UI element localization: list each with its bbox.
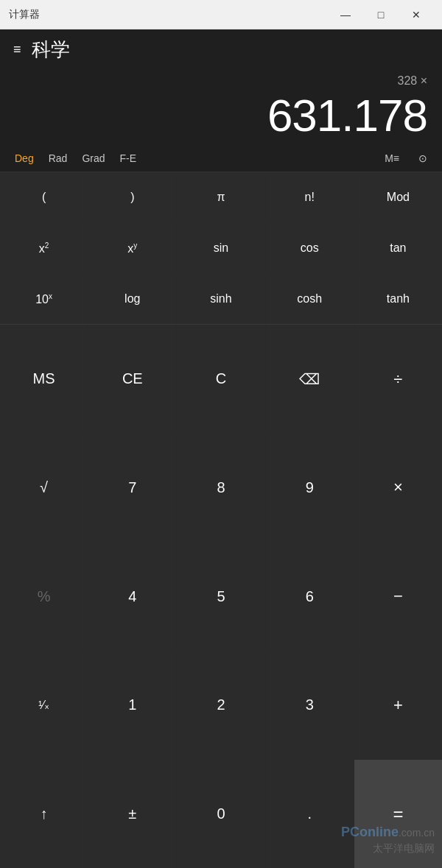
scientific-grid: ( ) π n! Mod x2 xy sin cos tan 10x log s… xyxy=(0,172,442,325)
sci-btn-xsquared[interactable]: x2 xyxy=(0,223,88,273)
close-button[interactable]: ✕ xyxy=(399,4,433,26)
equals-button[interactable]: = xyxy=(354,760,442,868)
sci-btn-sinh[interactable]: sinh xyxy=(177,274,264,324)
divide-button[interactable]: ÷ xyxy=(354,325,442,433)
history-button[interactable]: ⊙ xyxy=(411,149,435,167)
decimal-button[interactable]: . xyxy=(266,760,354,868)
mode-bar: Deg Rad Grad F-E M≡ ⊙ xyxy=(0,145,442,172)
eight-button[interactable]: 8 xyxy=(177,434,264,542)
c-button[interactable]: C xyxy=(177,325,264,433)
sign-toggle-up-button[interactable]: ↑ xyxy=(0,760,88,868)
sci-btn-factorial[interactable]: n! xyxy=(266,172,354,222)
rad-button[interactable]: Rad xyxy=(41,149,75,167)
percent-button[interactable]: % xyxy=(0,543,88,651)
main-grid: MS CE C ⌫ ÷ √ 7 8 9 × % 4 5 6 − ¹⁄ₓ 1 2 … xyxy=(0,325,442,868)
menu-icon[interactable]: ≡ xyxy=(13,42,21,57)
display-area: 328 × 631.178 xyxy=(0,67,442,145)
sci-btn-log[interactable]: log xyxy=(88,274,176,324)
nine-button[interactable]: 9 xyxy=(266,434,354,542)
memory-button[interactable]: M≡ xyxy=(377,149,407,167)
window-controls: — □ ✕ xyxy=(329,4,433,26)
display-expression: 328 × xyxy=(15,74,427,91)
seven-button[interactable]: 7 xyxy=(88,434,176,542)
subtract-button[interactable]: − xyxy=(354,543,442,651)
sci-btn-close-paren[interactable]: ) xyxy=(88,172,176,222)
four-button[interactable]: 4 xyxy=(88,543,176,651)
five-button[interactable]: 5 xyxy=(177,543,264,651)
sci-btn-tanh[interactable]: tanh xyxy=(354,274,442,324)
six-button[interactable]: 6 xyxy=(266,543,354,651)
one-button[interactable]: 1 xyxy=(88,651,176,759)
deg-button[interactable]: Deg xyxy=(7,149,41,167)
mode-right: M≡ ⊙ xyxy=(377,149,435,167)
backspace-button[interactable]: ⌫ xyxy=(266,325,354,433)
mode-title: 科学 xyxy=(32,37,70,63)
display-main: 631.178 xyxy=(15,91,427,141)
ms-button[interactable]: MS xyxy=(0,325,88,433)
sci-btn-sin[interactable]: sin xyxy=(177,223,264,273)
calc-header: ≡ 科学 xyxy=(0,29,442,67)
sqrt-button[interactable]: √ xyxy=(0,434,88,542)
sci-btn-10x[interactable]: 10x xyxy=(0,274,88,324)
two-button[interactable]: 2 xyxy=(177,651,264,759)
zero-button[interactable]: 0 xyxy=(177,760,264,868)
sci-btn-open-paren[interactable]: ( xyxy=(0,172,88,222)
multiply-button[interactable]: × xyxy=(354,434,442,542)
sci-btn-pi[interactable]: π xyxy=(177,172,264,222)
sci-btn-xpowy[interactable]: xy xyxy=(88,223,176,273)
calculator-body: ≡ 科学 328 × 631.178 Deg Rad Grad F-E M≡ ⊙… xyxy=(0,29,442,868)
minimize-button[interactable]: — xyxy=(329,4,362,26)
reciprocal-button[interactable]: ¹⁄ₓ xyxy=(0,651,88,759)
ce-button[interactable]: CE xyxy=(88,325,176,433)
sci-btn-mod[interactable]: Mod xyxy=(354,172,442,222)
three-button[interactable]: 3 xyxy=(266,651,354,759)
sci-btn-cosh[interactable]: cosh xyxy=(266,274,354,324)
maximize-button[interactable]: □ xyxy=(364,4,398,26)
add-button[interactable]: + xyxy=(354,651,442,759)
sci-btn-cos[interactable]: cos xyxy=(266,223,354,273)
fe-button[interactable]: F-E xyxy=(113,149,144,167)
grad-button[interactable]: Grad xyxy=(74,149,112,167)
app-title: 计算器 xyxy=(9,8,40,21)
sci-btn-tan[interactable]: tan xyxy=(354,223,442,273)
title-bar: 计算器 — □ ✕ xyxy=(0,0,442,29)
plusminus-button[interactable]: ± xyxy=(88,760,176,868)
